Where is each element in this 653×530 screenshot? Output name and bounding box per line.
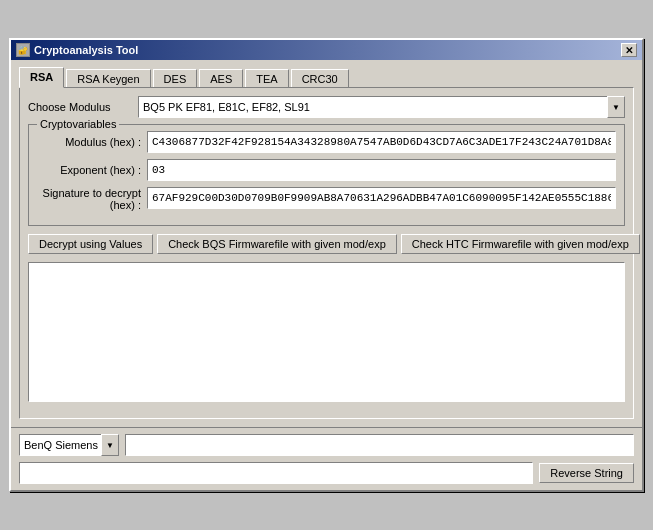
tab-rsa-keygen[interactable]: RSA Keygen (66, 69, 150, 88)
decrypt-button[interactable]: Decrypt using Values (28, 234, 153, 254)
tab-des[interactable]: DES (153, 69, 198, 88)
bottom-bar (11, 427, 642, 462)
titlebar: 🔐 Cryptoanalysis Tool ✕ (11, 40, 642, 60)
signature-input[interactable] (147, 187, 616, 209)
reverse-string-button[interactable]: Reverse String (539, 463, 634, 483)
modulus-label: Modulus (hex) : (37, 136, 147, 148)
close-button[interactable]: ✕ (621, 43, 637, 57)
choose-modulus-row: Choose Modulus (28, 96, 625, 118)
signature-label2: (hex) : (110, 199, 141, 211)
exponent-row: Exponent (hex) : (37, 159, 616, 181)
signature-label: Signature to decrypt (43, 187, 141, 199)
check-bqs-button[interactable]: Check BQS Firmwarefile with given mod/ex… (157, 234, 397, 254)
tab-crc30[interactable]: CRC30 (291, 69, 349, 88)
modulus-dropdown[interactable] (138, 96, 625, 118)
modulus-input[interactable] (147, 131, 616, 153)
cryptovariables-title: Cryptovariables (37, 118, 119, 130)
modulus-row: Modulus (hex) : (37, 131, 616, 153)
exponent-label: Exponent (hex) : (37, 164, 147, 176)
modulus-dropdown-wrapper (138, 96, 625, 118)
tab-tea[interactable]: TEA (245, 69, 288, 88)
bottom-dropdown-wrapper (19, 434, 119, 456)
check-htc-button[interactable]: Check HTC Firmwarefile with given mod/ex… (401, 234, 640, 254)
main-window: 🔐 Cryptoanalysis Tool ✕ RSA RSA Keygen D… (9, 38, 644, 492)
last-row: Reverse String (11, 462, 642, 490)
window-title: Cryptoanalysis Tool (34, 44, 138, 56)
choose-modulus-label: Choose Modulus (28, 101, 138, 113)
action-buttons: Decrypt using Values Check BQS Firmwaref… (28, 234, 625, 254)
titlebar-title: 🔐 Cryptoanalysis Tool (16, 43, 138, 57)
tab-bar: RSA RSA Keygen DES AES TEA CRC30 (19, 66, 634, 87)
exponent-input[interactable] (147, 159, 616, 181)
cryptovariables-group: Cryptovariables Modulus (hex) : Exponent… (28, 124, 625, 226)
rsa-panel: Choose Modulus Cryptovariables Modulus (… (19, 87, 634, 419)
main-content: RSA RSA Keygen DES AES TEA CRC30 Choose … (11, 60, 642, 427)
app-icon: 🔐 (16, 43, 30, 57)
bottom-input[interactable] (125, 434, 634, 456)
signature-row: Signature to decrypt (hex) : (37, 187, 616, 211)
last-input[interactable] (19, 462, 533, 484)
tab-aes[interactable]: AES (199, 69, 243, 88)
tab-rsa[interactable]: RSA (19, 67, 64, 88)
bottom-dropdown[interactable] (19, 434, 119, 456)
output-area (28, 262, 625, 402)
